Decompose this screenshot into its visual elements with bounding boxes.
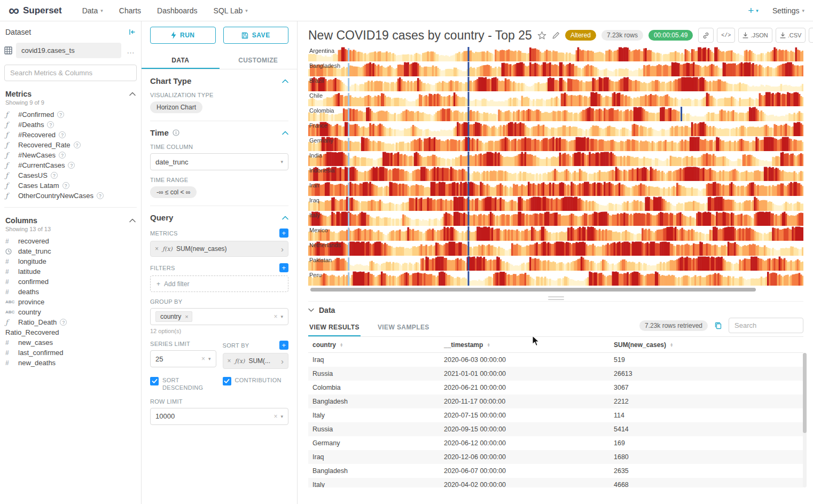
chevron-right-icon[interactable]: › — [281, 245, 284, 253]
field-item[interactable]: # confirmed — [4, 277, 137, 287]
chevron-up-icon[interactable] — [282, 131, 288, 135]
horizon-row-germany[interactable]: Germany — [308, 137, 803, 151]
horizon-row-pakistan[interactable]: Pakistan — [308, 256, 803, 271]
table-row[interactable]: Russia2020-09-15 00:00:005414 — [308, 422, 803, 436]
chevron-up-icon[interactable] — [282, 79, 288, 83]
field-item[interactable]: ƒ #CurrentCases ? — [4, 160, 137, 170]
save-button[interactable]: SAVE — [223, 27, 289, 44]
horizon-row-mexico[interactable]: Mexico — [308, 226, 803, 241]
run-button[interactable]: RUN — [150, 27, 216, 44]
favorite-star-icon[interactable] — [537, 31, 546, 40]
table-row[interactable]: Russia2021-01-01 00:00:0026613 — [308, 367, 803, 381]
info-icon[interactable]: ? — [62, 182, 69, 189]
field-item[interactable]: # new_cases — [4, 337, 137, 348]
horizon-row-peru[interactable]: Peru — [308, 271, 803, 286]
info-icon[interactable] — [173, 129, 179, 136]
tab-customize[interactable]: CUSTOMIZE — [220, 51, 298, 69]
table-row[interactable]: Iraq2020-12-06 00:00:001680 — [308, 450, 803, 464]
edit-properties-icon[interactable] — [552, 32, 560, 40]
new-item-button[interactable]: + ▾ — [748, 5, 759, 17]
field-item[interactable]: ƒ #Confirmed ? — [4, 109, 137, 120]
horizon-row-chile[interactable]: Chile — [308, 92, 803, 106]
dataset-name[interactable]: covid19.cases_ts — [16, 43, 121, 58]
info-icon[interactable]: ? — [57, 111, 64, 118]
table-row[interactable]: Germany2020-06-12 00:00:00169 — [308, 436, 803, 450]
add-filter-button[interactable]: + — [279, 263, 288, 272]
table-row[interactable]: Iraq2020-06-03 00:00:00519 — [308, 353, 803, 367]
info-icon[interactable]: ? — [68, 162, 75, 169]
metric-pill[interactable]: × ƒ(x) SUM(new_cases) › — [150, 241, 288, 257]
add-filter-box[interactable]: + Add filter — [150, 275, 288, 292]
scrollbar-thumb[interactable] — [803, 353, 807, 433]
sort-by-pill[interactable]: × ƒ(x) SUM(... › — [223, 353, 289, 369]
horizon-row-iran[interactable]: Iran — [308, 182, 803, 196]
collapse-data-icon[interactable] — [308, 308, 314, 312]
add-metric-button[interactable]: + — [279, 229, 288, 238]
remove-metric-icon[interactable]: × — [155, 245, 159, 253]
chart-menu-button[interactable] — [809, 28, 813, 43]
time-range-pill[interactable]: -∞ ≤ col < ∞ — [150, 186, 197, 198]
horizon-row-italy[interactable]: Italy — [308, 211, 803, 226]
horizon-row-indonesia[interactable]: Indonesia — [308, 167, 803, 181]
add-sort-button[interactable]: + — [279, 341, 288, 350]
field-item[interactable]: # longitude — [4, 256, 137, 266]
field-item[interactable]: ƒ OtherCountryNewCases ? — [4, 191, 137, 201]
copy-link-button[interactable] — [698, 28, 714, 43]
tab-data[interactable]: DATA — [142, 51, 220, 69]
chevron-right-icon[interactable]: › — [281, 357, 284, 365]
brand-name[interactable]: Superset — [23, 5, 62, 16]
horizon-row-india[interactable]: India — [308, 152, 803, 166]
info-icon[interactable]: ? — [51, 172, 58, 179]
nav-item-charts[interactable]: Charts — [119, 6, 141, 15]
remove-metric-icon[interactable]: × — [228, 357, 231, 365]
field-item[interactable]: ƒ Ratio_Death ? — [4, 317, 137, 327]
horizon-row-france[interactable]: France — [308, 122, 803, 136]
horizon-row-netherlands[interactable]: Netherlands — [308, 241, 803, 256]
field-item[interactable]: ƒ #Deaths ? — [4, 120, 137, 130]
table-header-country[interactable]: country▲▼ — [308, 337, 440, 352]
embed-code-button[interactable]: </> — [717, 28, 735, 43]
field-item[interactable]: # deaths — [4, 287, 137, 297]
panel-resize-handle[interactable] — [548, 296, 564, 300]
field-item[interactable]: ABC province — [4, 297, 137, 307]
field-item[interactable]: Ratio_Recovered — [4, 327, 137, 337]
nav-item-data[interactable]: Data ▾ — [82, 6, 103, 15]
info-icon[interactable]: ? — [59, 131, 66, 138]
altered-badge[interactable]: Altered — [565, 30, 596, 41]
group-by-select[interactable]: country × × ▾ — [150, 308, 288, 325]
dataset-options-button[interactable]: … — [125, 46, 137, 55]
info-icon[interactable]: ? — [74, 141, 81, 148]
series-limit-select[interactable]: 25 × ▾ — [150, 350, 216, 367]
time-column-select[interactable]: date_trunc ▾ — [150, 153, 288, 170]
info-icon[interactable]: ? — [60, 319, 67, 326]
tab-view-samples[interactable]: VIEW SAMPLES — [377, 318, 431, 336]
table-row[interactable]: Italy2020-07-15 00:00:00114 — [308, 408, 803, 422]
tab-view-results[interactable]: VIEW RESULTS — [308, 318, 361, 336]
chevron-up-icon[interactable] — [282, 216, 288, 220]
field-item[interactable]: # last_confirmed — [4, 348, 137, 358]
horizon-row-colombia[interactable]: Colombia — [308, 107, 803, 121]
viz-type-pill[interactable]: Horizon Chart — [150, 101, 202, 113]
table-row[interactable]: Bangladesh2020-06-07 00:00:002635 — [308, 464, 803, 478]
field-item[interactable]: # new_deaths — [4, 358, 137, 368]
superset-logo-icon[interactable]: ∞ — [9, 3, 19, 18]
info-icon[interactable]: ? — [97, 192, 104, 199]
field-item[interactable]: ƒ Cases Latam ? — [4, 180, 137, 191]
field-item[interactable]: # latitude — [4, 266, 137, 277]
table-header-sum-new-cases-[interactable]: SUM(new_cases)▲▼ — [609, 337, 803, 352]
settings-menu[interactable]: Settings ▾ — [772, 6, 804, 15]
info-icon[interactable]: ? — [47, 121, 54, 128]
clear-icon[interactable]: × — [201, 355, 205, 363]
group-by-tag[interactable]: country × — [155, 311, 192, 322]
remove-tag-icon[interactable]: × — [185, 313, 188, 320]
vertical-scrollbar[interactable] — [803, 353, 807, 487]
nav-item-dashboards[interactable]: Dashboards — [157, 6, 198, 15]
chevron-up-icon[interactable] — [129, 92, 136, 96]
clear-icon[interactable]: × — [273, 413, 277, 420]
nav-item-sql-lab[interactable]: SQL Lab ▾ — [214, 6, 248, 15]
contribution-checkbox[interactable]: CONTRIBUTION — [223, 376, 289, 392]
row-limit-select[interactable]: 10000 × ▾ — [150, 408, 288, 425]
field-item[interactable]: ABC country — [4, 307, 137, 317]
table-row[interactable]: Bangladesh2020-11-17 00:00:002212 — [308, 395, 803, 408]
field-item[interactable]: # recovered — [4, 236, 137, 246]
